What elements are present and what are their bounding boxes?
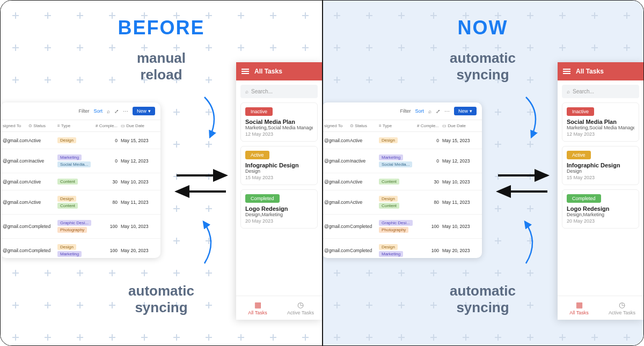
task-date: 12 May 2023 [567, 131, 634, 137]
cell-type: Design [379, 137, 416, 143]
table-row[interactable]: @gmail.com Inactive MarketingSocial Medi… [1, 149, 160, 173]
col-type[interactable]: ≡ Type [57, 123, 95, 128]
type-tag: Marketing [57, 251, 82, 257]
app-title: All Tasks [576, 68, 604, 75]
table-row[interactable]: @gmail.com Active Content 30 May 10, 202… [1, 173, 160, 190]
before-panel: BEFORE manualreload automaticsyncing Fil… [1, 1, 322, 345]
table-row[interactable]: @gmail.com Active Design 0 May 15, 2023 [322, 132, 482, 149]
nav-active-tasks[interactable]: ◷Active Tasks [279, 296, 322, 320]
table-row[interactable]: @gmail.com Completed DesignMarketing 100… [322, 239, 482, 258]
task-card[interactable]: Inactive Social Media Plan Marketing,Soc… [562, 102, 639, 142]
clock-icon: ◷ [601, 300, 643, 309]
type-tag: Graphic Desi... [57, 220, 91, 226]
nav-all-tasks[interactable]: ▦All Tasks [558, 296, 601, 320]
sort-link[interactable]: Sort [93, 108, 103, 114]
search-input[interactable]: ⌕ Search... [240, 85, 318, 98]
cell-complete: 100 [416, 248, 442, 253]
task-title: Logo Redesign [245, 205, 313, 212]
col-complete[interactable]: # Comple... [95, 123, 121, 128]
now-panel: NOW automaticsyncing automaticsyncing Fi… [322, 1, 643, 345]
more-icon[interactable]: ⋯ [123, 108, 128, 114]
col-type[interactable]: ≡ Type [379, 123, 416, 128]
col-assigned[interactable]: signed To [1, 123, 28, 128]
cell-email: @gmail.com [322, 200, 350, 205]
col-status[interactable]: ⊙ Status [350, 123, 379, 128]
cell-due: May 20, 2023 [121, 248, 156, 253]
cell-due: May 10, 2023 [442, 224, 478, 229]
type-tag: Design [379, 196, 398, 202]
new-button[interactable]: New ▾ [454, 107, 477, 115]
bottom-nav: ▦All Tasks ◷Active Tasks [236, 296, 322, 320]
col-complete[interactable]: # Comple... [416, 123, 442, 128]
type-tag: Design [57, 196, 76, 202]
desktop-table-card: Filter Sort ⌕ ⤢ ⋯ New ▾ signed To ⊙ Stat… [322, 102, 482, 258]
cell-status: Completed [350, 224, 379, 229]
col-assigned[interactable]: signed To [322, 123, 350, 128]
task-date: 15 May 2023 [567, 175, 634, 180]
cell-type: Graphic Desi...Photography [379, 220, 416, 233]
cell-type: DesignMarketing [57, 244, 95, 257]
task-card[interactable]: Inactive Social Media Plan Marketing,Soc… [240, 102, 318, 142]
table-row[interactable]: @gmail.com Active Design 0 May 15, 2023 [1, 132, 160, 149]
curve-arrow-bottom [188, 215, 226, 269]
task-card[interactable]: Active Infographic Design Design 15 May … [240, 146, 318, 185]
table-row[interactable]: @gmail.com Active DesignContent 80 May 1… [322, 190, 482, 215]
bottom-nav: ▦All Tasks ◷Active Tasks [558, 296, 643, 320]
task-title: Infographic Design [245, 162, 313, 168]
new-button[interactable]: New ▾ [133, 107, 155, 115]
cell-complete: 0 [95, 138, 121, 143]
cell-complete: 80 [416, 200, 442, 205]
type-tag: Content [57, 203, 78, 209]
status-badge: Active [567, 151, 591, 159]
filter-link[interactable]: Filter [78, 108, 89, 114]
nav-active-tasks[interactable]: ◷Active Tasks [601, 296, 643, 320]
task-card[interactable]: Completed Logo Redesign Design,Marketing… [562, 189, 639, 229]
cell-status: Completed [350, 248, 379, 253]
table-row[interactable]: @gmail.com Completed Graphic Desi...Phot… [1, 215, 160, 239]
cell-email: @gmail.com [322, 224, 350, 229]
expand-icon[interactable]: ⤢ [436, 108, 440, 114]
col-status[interactable]: ⊙ Status [28, 123, 57, 128]
task-date: 20 May 2023 [245, 218, 313, 224]
task-card[interactable]: Active Infographic Design Design 15 May … [562, 146, 639, 185]
task-subtitle: Design,Marketing [245, 212, 313, 217]
type-tag: Design [57, 244, 76, 250]
col-due[interactable]: ▭ Due Date [121, 123, 156, 128]
table-row[interactable]: @gmail.com Active Content 30 May 10, 202… [322, 173, 482, 190]
search-icon: ⌕ [245, 89, 248, 94]
more-icon[interactable]: ⋯ [444, 108, 450, 114]
menu-icon[interactable] [241, 69, 249, 74]
table-row[interactable]: @gmail.com Inactive MarketingSocial Medi… [322, 149, 482, 173]
filter-link[interactable]: Filter [400, 108, 411, 114]
table-row[interactable]: @gmail.com Active DesignContent 80 May 1… [1, 190, 160, 215]
search-icon[interactable]: ⌕ [428, 108, 431, 114]
task-subtitle: Design [245, 168, 313, 174]
sort-link[interactable]: Sort [415, 108, 424, 114]
cell-complete: 0 [95, 158, 121, 164]
table-row[interactable]: @gmail.com Completed Graphic Desi...Phot… [322, 215, 482, 239]
cell-due: May 15, 2023 [442, 138, 478, 143]
cell-due: May 10, 2023 [121, 224, 156, 229]
cell-status: Active [28, 138, 57, 143]
task-subtitle: Marketing,Social Media Management [567, 125, 634, 130]
col-due[interactable]: ▭ Due Date [442, 123, 478, 128]
table-header-row: signed To ⊙ Status ≡ Type # Comple... ▭ … [1, 120, 160, 132]
task-list: Inactive Social Media Plan Marketing,Soc… [558, 102, 643, 296]
search-input[interactable]: ⌕ Search... [562, 85, 639, 98]
cell-type: DesignContent [379, 196, 416, 209]
cell-complete: 100 [416, 224, 442, 229]
search-placeholder: Search... [251, 89, 273, 94]
task-card[interactable]: Completed Logo Redesign Design,Marketing… [240, 189, 318, 229]
task-subtitle: Design [567, 168, 634, 174]
type-tag: Photography [57, 227, 87, 233]
expand-icon[interactable]: ⤢ [114, 108, 119, 114]
chevron-down-icon: ▾ [470, 108, 472, 114]
type-tag: Social Media... [57, 161, 91, 167]
nav-all-tasks[interactable]: ▦All Tasks [236, 296, 279, 320]
clock-icon: ◷ [279, 300, 322, 309]
search-icon[interactable]: ⌕ [107, 108, 110, 114]
type-tag: Marketing [379, 251, 403, 257]
table-row[interactable]: @gmail.com Completed DesignMarketing 100… [1, 239, 160, 258]
menu-icon[interactable] [563, 69, 570, 74]
app-header: All Tasks [236, 62, 322, 80]
